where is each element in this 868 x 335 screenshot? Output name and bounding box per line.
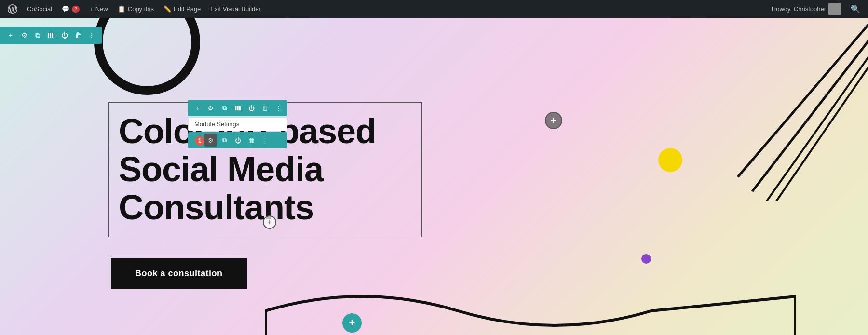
search-icon: 🔍 — [851, 4, 860, 13]
site-name-label: CoSocial — [27, 5, 52, 13]
module-more-button[interactable]: ⋮ — [272, 102, 285, 114]
deco-lines — [714, 18, 868, 201]
new-button[interactable]: + New — [85, 0, 112, 18]
module-disable-button[interactable]: ⏻ — [245, 102, 258, 114]
bottom-shape — [265, 282, 796, 335]
comments-count: 2 — [72, 6, 80, 13]
cta-button[interactable]: Book a consultation — [111, 258, 247, 289]
svg-rect-0 — [48, 33, 49, 38]
main-content: + ⚙ ⧉ ⏻ 🗑 ⋮ Colorado-based Social Media … — [0, 18, 868, 335]
row-delete-button[interactable]: 🗑 — [72, 29, 84, 41]
module-settings-label-row: Module Settings — [188, 117, 287, 131]
admin-bar: CoSocial 💬 2 + New 📋 Copy this ✏️ Edit P… — [0, 0, 868, 18]
module-duplicate-button[interactable]: ⧉ — [218, 102, 231, 114]
svg-rect-2 — [52, 33, 53, 38]
comments-button[interactable]: 💬 2 — [58, 0, 83, 18]
user-avatar — [828, 3, 841, 15]
module-sub-more-button[interactable]: ⋮ — [258, 134, 271, 147]
exit-builder-button[interactable]: Exit Visual Builder — [206, 0, 265, 18]
module-toolbar-top: + ⚙ ⧉ ⏻ 🗑 ⋮ — [188, 100, 287, 116]
module-badge: 1 — [195, 136, 204, 146]
svg-rect-10 — [238, 106, 240, 110]
copy-this-button[interactable]: 📋 Copy this — [114, 0, 158, 18]
row-toolbar: + ⚙ ⧉ ⏻ 🗑 ⋮ — [0, 27, 102, 44]
site-name-button[interactable]: CoSocial — [23, 0, 56, 18]
hero-section: Colorado-based Social Media Consultants … — [0, 18, 868, 335]
row-settings-button[interactable]: ⚙ — [18, 29, 30, 41]
edit-page-button[interactable]: ✏️ Edit Page — [160, 0, 204, 18]
module-toolbar: + ⚙ ⧉ ⏻ 🗑 ⋮ Module Settings + ⚙ — [188, 100, 287, 148]
module-toolbar-bottom: + ⚙ ⧉ ⏻ 🗑 ⋮ 1 — [188, 132, 287, 148]
row-disable-button[interactable]: ⏻ — [59, 29, 70, 41]
right-add-button[interactable]: + — [545, 112, 562, 129]
copy-icon: 📋 — [118, 5, 125, 13]
module-add-button[interactable]: + — [191, 102, 203, 114]
new-label: New — [95, 5, 108, 13]
deco-dot-yellow — [658, 148, 682, 172]
module-sub-duplicate-button[interactable]: ⧉ — [218, 134, 231, 147]
module-delete-button[interactable]: 🗑 — [258, 102, 271, 114]
copy-this-label: Copy this — [128, 5, 154, 13]
svg-rect-3 — [54, 33, 54, 38]
user-label: Howdy, Christopher — [772, 5, 826, 13]
module-sub-delete-button[interactable]: 🗑 — [245, 134, 258, 147]
deco-dot-purple — [641, 254, 651, 264]
wp-logo-button[interactable] — [4, 0, 21, 18]
svg-line-5 — [752, 23, 868, 191]
module-settings-button[interactable]: ⚙ — [204, 102, 217, 114]
edit-page-label: Edit Page — [174, 5, 201, 13]
module-sub-settings-button[interactable]: ⚙ — [204, 134, 217, 147]
howdy-user[interactable]: Howdy, Christopher — [768, 0, 845, 18]
svg-rect-9 — [236, 106, 238, 110]
comment-icon: 💬 — [62, 5, 69, 13]
new-icon: + — [89, 5, 93, 13]
row-columns-button[interactable] — [45, 29, 57, 41]
exit-builder-label: Exit Visual Builder — [210, 5, 261, 13]
admin-bar-right: Howdy, Christopher 🔍 — [768, 0, 864, 18]
module-columns-button[interactable] — [231, 102, 244, 114]
svg-rect-1 — [50, 33, 51, 38]
center-add-button[interactable]: + — [263, 215, 276, 229]
row-more-button[interactable]: ⋮ — [86, 29, 97, 41]
svg-rect-8 — [235, 106, 236, 110]
module-sub-disable-button[interactable]: ⏻ — [231, 134, 244, 147]
module-settings-label: Module Settings — [191, 120, 242, 129]
row-duplicate-button[interactable]: ⧉ — [32, 29, 43, 41]
row-add-button[interactable]: + — [5, 29, 16, 41]
edit-icon: ✏️ — [163, 5, 171, 13]
svg-rect-11 — [240, 106, 241, 110]
deco-circle — [94, 18, 200, 95]
search-button[interactable]: 🔍 — [847, 0, 864, 18]
